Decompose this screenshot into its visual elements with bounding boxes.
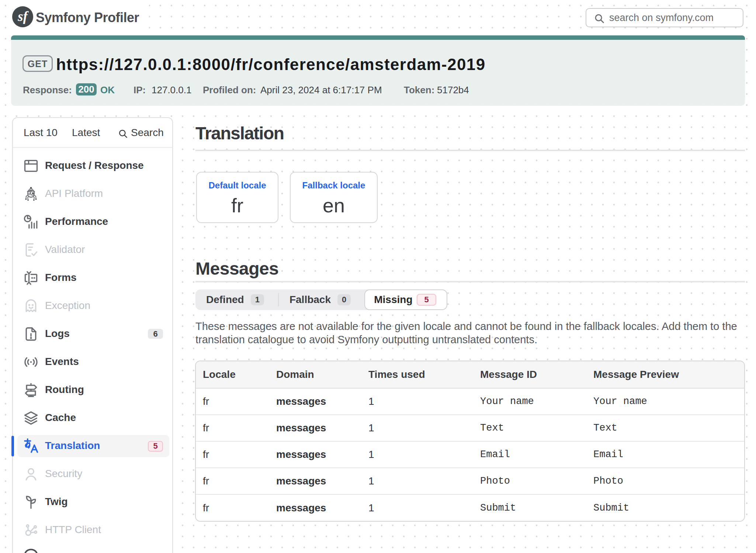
svg-text:sf: sf xyxy=(17,9,29,24)
